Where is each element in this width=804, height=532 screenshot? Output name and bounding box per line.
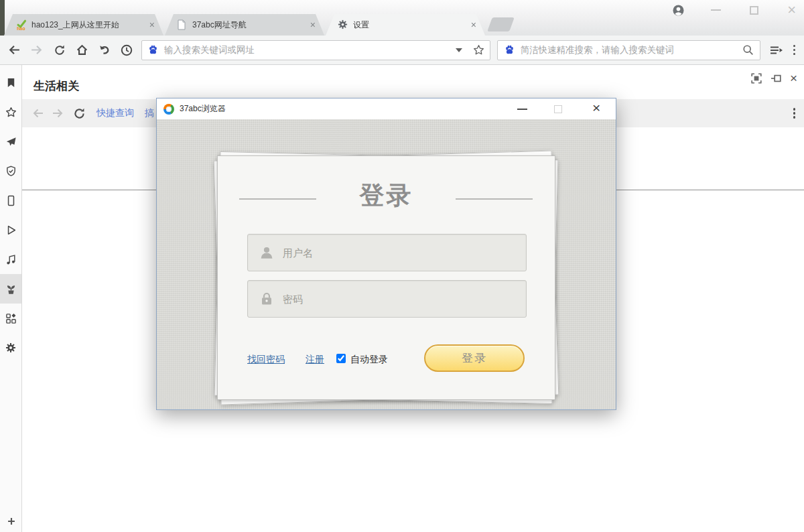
nav-link-quick-query[interactable]: 快捷查询 bbox=[96, 107, 134, 119]
title-rule-right bbox=[456, 198, 533, 200]
chevron-down-icon[interactable] bbox=[456, 48, 462, 52]
tab-37abc-nav[interactable]: 37abc网址导航 × bbox=[165, 14, 324, 36]
bookmark-icon bbox=[5, 77, 17, 88]
tab-title: hao123_上网从这里开始 bbox=[31, 19, 147, 31]
tab-title: 设置 bbox=[353, 19, 469, 31]
login-submit-button[interactable]: 登录 bbox=[424, 344, 525, 372]
sidebar bbox=[0, 65, 22, 532]
gear-favicon-icon bbox=[338, 19, 348, 30]
music-note-icon bbox=[5, 254, 17, 265]
forgot-password-link[interactable]: 找回密码 bbox=[247, 354, 285, 366]
quick-search-input[interactable] bbox=[521, 45, 742, 55]
username-input[interactable] bbox=[283, 247, 515, 259]
pin-icon[interactable] bbox=[770, 73, 781, 84]
password-field[interactable] bbox=[247, 280, 527, 318]
tab-close-icon[interactable]: × bbox=[147, 20, 157, 29]
username-field[interactable] bbox=[247, 234, 527, 271]
hao123-favicon-icon: hao bbox=[16, 19, 27, 30]
panel-close-icon[interactable]: × bbox=[790, 73, 797, 84]
page-title: 生活相关 bbox=[34, 78, 79, 94]
quick-search-bar[interactable] bbox=[497, 40, 760, 60]
profile-avatar-icon[interactable] bbox=[673, 5, 684, 16]
login-card: 登录 找回密码 注册 自动登录 登录 bbox=[217, 155, 555, 400]
window-controls: × bbox=[673, 0, 804, 20]
baidu-paw-icon bbox=[504, 44, 515, 56]
tab-title: 37abc网址导航 bbox=[192, 19, 308, 31]
login-heading: 登录 bbox=[218, 179, 555, 212]
tab-settings[interactable]: 设置 × bbox=[326, 14, 485, 36]
page-reload-icon[interactable] bbox=[73, 107, 86, 120]
dialog-body: 登录 找回密码 注册 自动登录 登录 bbox=[157, 119, 616, 409]
paper-plane-icon bbox=[5, 136, 17, 147]
browser-menu-icon[interactable] bbox=[791, 42, 799, 58]
sidebar-item-settings[interactable] bbox=[0, 333, 21, 362]
auto-login-checkbox[interactable] bbox=[336, 354, 346, 363]
user-icon bbox=[259, 245, 274, 260]
dialog-titlebar[interactable]: 37abc浏览器 × bbox=[157, 98, 616, 119]
sidebar-item-video[interactable] bbox=[0, 215, 21, 245]
page-menu-icon[interactable] bbox=[791, 105, 799, 121]
search-icon[interactable] bbox=[742, 44, 754, 56]
37abc-logo-icon bbox=[163, 104, 174, 115]
bookmark-star-icon[interactable] bbox=[473, 44, 484, 56]
back-icon[interactable] bbox=[8, 44, 21, 56]
phone-icon bbox=[5, 195, 17, 206]
window-minimize-button[interactable] bbox=[711, 9, 721, 11]
apps-grid-icon bbox=[5, 313, 17, 324]
dialog-close-button[interactable]: × bbox=[592, 100, 600, 116]
sidebar-item-favorites[interactable] bbox=[0, 97, 21, 127]
plant-icon bbox=[5, 283, 17, 295]
page-forward-icon[interactable] bbox=[52, 107, 64, 119]
browser-toolbar bbox=[0, 36, 804, 65]
play-icon bbox=[5, 224, 17, 236]
address-bar[interactable] bbox=[141, 40, 490, 60]
svg-text:hao: hao bbox=[17, 26, 25, 31]
nav-link-clipped[interactable]: 搞 bbox=[145, 107, 154, 119]
gear-icon bbox=[5, 342, 16, 353]
page-back-icon[interactable] bbox=[32, 107, 44, 119]
tab-close-icon[interactable]: × bbox=[469, 20, 478, 29]
document-favicon-icon bbox=[177, 19, 188, 30]
auto-login-label: 自动登录 bbox=[350, 354, 388, 366]
sidebar-item-apps[interactable] bbox=[0, 304, 21, 333]
reading-list-icon[interactable] bbox=[769, 44, 783, 56]
password-input[interactable] bbox=[283, 293, 515, 305]
tab-close-icon[interactable]: × bbox=[308, 20, 318, 29]
reload-icon[interactable] bbox=[54, 44, 66, 56]
panel-controls: × bbox=[751, 73, 797, 84]
star-icon bbox=[5, 107, 17, 118]
sidebar-item-plant[interactable] bbox=[0, 274, 21, 304]
sidebar-item-music[interactable] bbox=[0, 245, 21, 274]
undo-arrow-icon[interactable] bbox=[98, 44, 111, 56]
sidebar-item-mobile[interactable] bbox=[0, 186, 21, 215]
fullscreen-icon[interactable] bbox=[751, 73, 762, 84]
dialog-minimize-button[interactable] bbox=[517, 109, 527, 110]
sidebar-add-icon[interactable] bbox=[0, 516, 22, 527]
sidebar-item-bookmarks[interactable] bbox=[0, 68, 21, 97]
window-corner-strip bbox=[0, 0, 5, 36]
new-tab-button[interactable] bbox=[487, 17, 515, 31]
window-close-button[interactable]: × bbox=[787, 3, 796, 17]
baidu-paw-icon bbox=[147, 44, 159, 56]
dialog-title: 37abc浏览器 bbox=[180, 103, 226, 115]
home-icon[interactable] bbox=[76, 44, 88, 56]
sidebar-item-share[interactable] bbox=[0, 127, 21, 156]
address-input[interactable] bbox=[164, 45, 452, 55]
lock-icon bbox=[259, 291, 274, 306]
tab-hao123[interactable]: hao hao123_上网从这里开始 × bbox=[4, 14, 163, 36]
sidebar-item-security[interactable] bbox=[0, 156, 21, 186]
window-maximize-button[interactable] bbox=[750, 6, 758, 15]
history-clock-icon[interactable] bbox=[121, 44, 133, 56]
register-link[interactable]: 注册 bbox=[306, 354, 324, 366]
login-dialog: 37abc浏览器 × 登录 找回密码 注册 bbox=[156, 98, 616, 410]
window-titlebar: hao hao123_上网从这里开始 × 37abc网址导航 × 设置 × × bbox=[0, 0, 804, 36]
forward-icon[interactable] bbox=[30, 44, 43, 56]
dialog-maximize-button bbox=[554, 105, 562, 113]
shield-check-icon bbox=[5, 165, 17, 177]
